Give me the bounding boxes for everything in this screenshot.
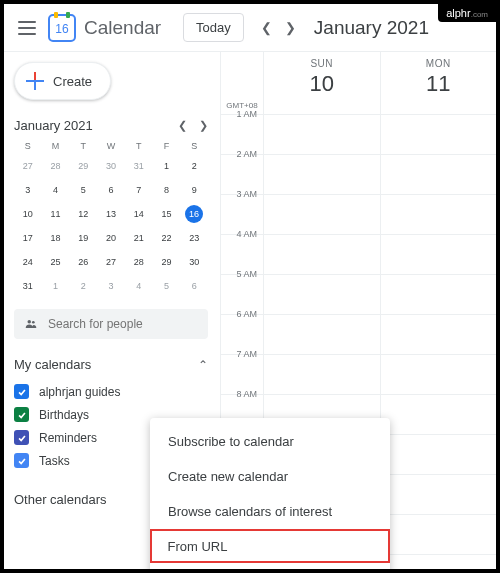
mini-day-cell[interactable]: 10 <box>14 205 42 223</box>
time-slot[interactable] <box>263 275 380 314</box>
search-input[interactable] <box>48 317 198 331</box>
menu-item-import[interactable]: Import <box>150 563 390 573</box>
time-slot[interactable] <box>380 475 497 514</box>
mini-day-cell[interactable]: 26 <box>69 253 97 271</box>
hour-label: 1 AM <box>221 109 263 148</box>
app-header: 16 Calendar Today ❮ ❯ January 2021 <box>4 4 496 52</box>
time-slot[interactable] <box>380 355 497 394</box>
mini-day-cell[interactable]: 3 <box>14 181 42 199</box>
menu-item-browse-calendars-of-interest[interactable]: Browse calendars of interest <box>150 494 390 529</box>
time-slot[interactable] <box>380 115 497 154</box>
mini-day-cell[interactable]: 1 <box>153 157 181 175</box>
mini-day-cell[interactable]: 2 <box>180 157 208 175</box>
mini-day-cell[interactable]: 21 <box>125 229 153 247</box>
mini-day-cell[interactable]: 4 <box>125 277 153 295</box>
today-button[interactable]: Today <box>183 13 244 42</box>
mini-next-month[interactable]: ❯ <box>199 119 208 132</box>
create-label: Create <box>53 74 92 89</box>
dow-cell: S <box>14 141 42 151</box>
time-slot[interactable] <box>380 155 497 194</box>
mini-day-cell[interactable]: 9 <box>180 181 208 199</box>
menu-item-subscribe-to-calendar[interactable]: Subscribe to calendar <box>150 424 390 459</box>
mini-day-cell[interactable]: 24 <box>14 253 42 271</box>
mini-day-cell[interactable]: 29 <box>69 157 97 175</box>
hour-label: 2 AM <box>221 149 263 188</box>
time-slot[interactable] <box>380 235 497 274</box>
search-people[interactable] <box>14 309 208 339</box>
dow-cell: S <box>180 141 208 151</box>
svg-point-1 <box>32 321 35 324</box>
checkbox-icon[interactable] <box>14 407 29 422</box>
mini-day-cell[interactable]: 30 <box>97 157 125 175</box>
time-slot[interactable] <box>380 195 497 234</box>
mini-day-cell[interactable]: 29 <box>153 253 181 271</box>
mini-day-cell[interactable]: 25 <box>42 253 70 271</box>
mini-day-cell[interactable]: 19 <box>69 229 97 247</box>
mini-day-cell[interactable]: 22 <box>153 229 181 247</box>
mini-day-cell[interactable]: 14 <box>125 205 153 223</box>
week-nav: ❮ ❯ <box>258 19 300 37</box>
mini-day-cell[interactable]: 23 <box>180 229 208 247</box>
my-calendars-toggle[interactable]: My calendars ⌃ <box>14 357 208 372</box>
time-slot[interactable] <box>263 235 380 274</box>
mini-day-cell[interactable]: 2 <box>69 277 97 295</box>
watermark-brand: alphr <box>446 7 470 19</box>
time-slot[interactable] <box>380 275 497 314</box>
day-column-header[interactable]: MON 11 <box>380 52 497 114</box>
mini-day-cell[interactable]: 7 <box>125 181 153 199</box>
mini-day-cell[interactable]: 27 <box>97 253 125 271</box>
prev-week-button[interactable]: ❮ <box>258 19 276 37</box>
mini-day-cell[interactable]: 12 <box>69 205 97 223</box>
mini-day-cell[interactable]: 11 <box>42 205 70 223</box>
hamburger-icon[interactable] <box>16 17 38 39</box>
hour-label: 5 AM <box>221 269 263 308</box>
mini-day-cell[interactable]: 8 <box>153 181 181 199</box>
mini-day-cell[interactable]: 6 <box>180 277 208 295</box>
time-slot[interactable] <box>380 555 497 573</box>
mini-day-cell[interactable]: 15 <box>153 205 181 223</box>
mini-day-cell[interactable]: 5 <box>153 277 181 295</box>
mini-day-cell[interactable]: 28 <box>42 157 70 175</box>
mini-day-cell[interactable]: 31 <box>125 157 153 175</box>
mini-day-cell[interactable]: 13 <box>97 205 125 223</box>
mini-day-cell[interactable]: 5 <box>69 181 97 199</box>
mini-day-cell[interactable]: 18 <box>42 229 70 247</box>
time-slot[interactable] <box>380 315 497 354</box>
time-slot[interactable] <box>380 395 497 434</box>
time-slot[interactable] <box>380 435 497 474</box>
mini-day-cell[interactable]: 27 <box>14 157 42 175</box>
day-column-header[interactable]: SUN 10 <box>263 52 380 114</box>
chevron-up-icon: ⌃ <box>198 358 208 372</box>
mini-day-cell[interactable]: 1 <box>42 277 70 295</box>
time-slot[interactable] <box>263 355 380 394</box>
mini-day-cell[interactable]: 4 <box>42 181 70 199</box>
mini-day-cell[interactable]: 30 <box>180 253 208 271</box>
menu-item-from-url[interactable]: From URL <box>150 529 390 563</box>
mini-day-cell[interactable]: 28 <box>125 253 153 271</box>
svg-point-0 <box>28 320 32 324</box>
mini-prev-month[interactable]: ❮ <box>178 119 187 132</box>
current-range-title: January 2021 <box>314 17 429 39</box>
mini-day-cell[interactable]: 16 <box>185 205 203 223</box>
checkbox-icon[interactable] <box>14 384 29 399</box>
time-slot[interactable] <box>263 195 380 234</box>
time-slot[interactable] <box>263 115 380 154</box>
mini-day-cell[interactable]: 17 <box>14 229 42 247</box>
mini-day-cell[interactable]: 6 <box>97 181 125 199</box>
calendar-item[interactable]: alphrjan guides <box>14 380 208 403</box>
mini-day-cell[interactable]: 31 <box>14 277 42 295</box>
checkbox-icon[interactable] <box>14 430 29 445</box>
next-week-button[interactable]: ❯ <box>282 19 300 37</box>
dow-cell: F <box>153 141 181 151</box>
menu-item-create-new-calendar[interactable]: Create new calendar <box>150 459 390 494</box>
time-slot[interactable] <box>263 155 380 194</box>
mini-calendar-header: January 2021 ❮ ❯ <box>14 118 208 133</box>
create-button[interactable]: Create <box>14 62 111 100</box>
mini-day-cell[interactable]: 3 <box>97 277 125 295</box>
checkbox-icon[interactable] <box>14 453 29 468</box>
mini-calendar-title: January 2021 <box>14 118 178 133</box>
time-slot[interactable] <box>380 515 497 554</box>
logo[interactable]: 16 Calendar <box>48 14 161 42</box>
time-slot[interactable] <box>263 315 380 354</box>
mini-day-cell[interactable]: 20 <box>97 229 125 247</box>
